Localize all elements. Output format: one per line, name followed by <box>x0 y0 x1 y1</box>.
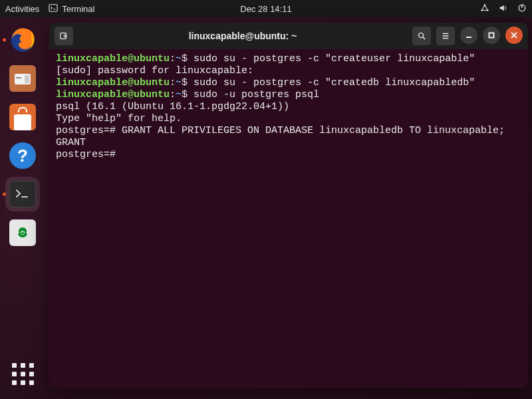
new-tab-icon <box>59 31 68 41</box>
terminal-line: psql (16.1 (Ubuntu 16.1-1.pgdg22.04+1)) <box>56 101 521 113</box>
help-icon: ? <box>9 142 36 169</box>
terminal-line: GRANT <box>56 137 521 149</box>
svg-rect-8 <box>16 77 21 78</box>
minimize-icon <box>466 32 472 39</box>
activities-button[interactable]: Activities <box>5 4 39 14</box>
dock: ? <box>0 17 45 399</box>
dock-firefox[interactable] <box>5 23 40 57</box>
top-bar: Activities Terminal Dec 28 14:11 <box>0 0 532 17</box>
new-tab-button[interactable] <box>55 27 73 45</box>
clock[interactable]: Dec 28 14:11 <box>240 4 291 14</box>
minimize-button[interactable] <box>460 27 477 44</box>
menu-button[interactable] <box>436 27 455 45</box>
terminal-line: postgres=# <box>56 149 521 161</box>
activities-label: Activities <box>5 4 39 14</box>
svg-point-14 <box>419 33 424 38</box>
network-icon[interactable] <box>480 3 489 15</box>
terminal-line: Type "help" for help. <box>56 113 521 125</box>
close-icon <box>511 32 517 39</box>
datetime-label: Dec 28 14:11 <box>240 4 291 14</box>
terminal-icon <box>9 181 36 207</box>
terminal-output[interactable]: linuxcapable@ubuntu:~$ sudo su - postgre… <box>49 49 528 388</box>
dock-trash[interactable] <box>5 215 40 250</box>
svg-rect-0 <box>49 4 57 11</box>
active-app-indicator[interactable]: Terminal <box>49 3 94 15</box>
window-title: linuxcapable@ubuntu: ~ <box>78 31 407 41</box>
maximize-icon <box>488 32 495 39</box>
trash-icon <box>9 219 36 246</box>
svg-line-15 <box>423 37 426 40</box>
hamburger-icon <box>441 31 450 41</box>
volume-icon[interactable] <box>499 3 508 15</box>
maximize-button[interactable] <box>483 27 500 44</box>
active-app-label: Terminal <box>62 4 94 14</box>
search-button[interactable] <box>412 27 431 45</box>
terminal-line: [sudo] password for linuxcapable: <box>56 65 521 77</box>
dock-terminal[interactable] <box>5 177 40 211</box>
dock-software[interactable] <box>5 100 40 134</box>
show-applications-button[interactable] <box>5 356 40 391</box>
terminal-line: postgres=# GRANT ALL PRIVILEGES ON DATAB… <box>56 125 521 137</box>
dock-files[interactable] <box>5 61 40 96</box>
terminal-line: linuxcapable@ubuntu:~$ sudo su - postgre… <box>56 77 521 89</box>
dock-help[interactable]: ? <box>5 138 40 173</box>
svg-rect-20 <box>489 33 494 38</box>
terminal-indicator-icon <box>49 3 58 15</box>
firefox-icon <box>9 26 37 54</box>
software-icon <box>9 104 36 130</box>
power-icon[interactable] <box>517 3 527 15</box>
close-button[interactable] <box>505 27 523 44</box>
running-indicator-icon <box>3 39 6 42</box>
search-icon <box>417 31 426 41</box>
terminal-window: linuxcapable@ubuntu: ~ linuxcapable@ubun… <box>49 23 528 388</box>
terminal-line: linuxcapable@ubuntu:~$ sudo -u postgres … <box>56 89 521 101</box>
svg-rect-9 <box>25 75 29 83</box>
titlebar[interactable]: linuxcapable@ubuntu: ~ <box>49 23 528 49</box>
files-icon <box>9 65 36 92</box>
terminal-line: linuxcapable@ubuntu:~$ sudo su - postgre… <box>56 53 521 65</box>
running-indicator-icon <box>3 193 6 196</box>
